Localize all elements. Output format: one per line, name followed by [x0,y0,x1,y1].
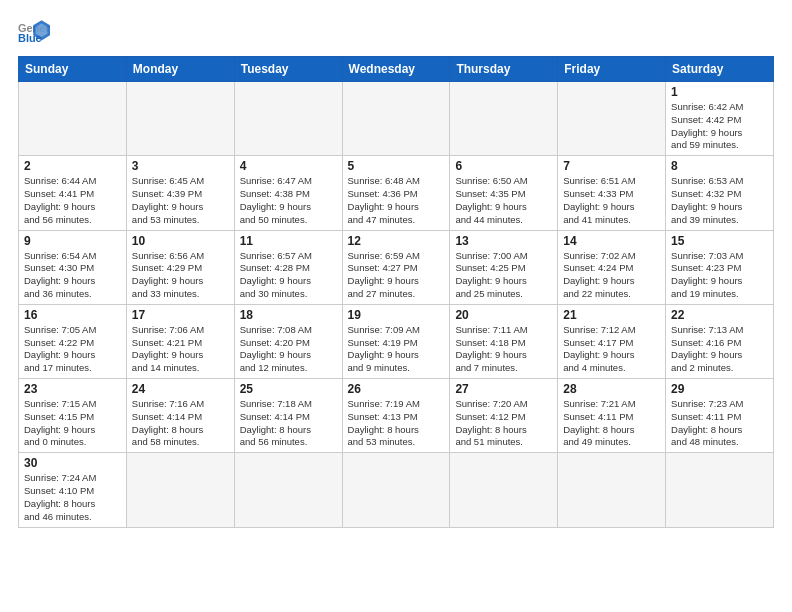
calendar-cell: 18Sunrise: 7:08 AM Sunset: 4:20 PM Dayli… [234,304,342,378]
calendar-cell [234,453,342,527]
calendar-cell: 24Sunrise: 7:16 AM Sunset: 4:14 PM Dayli… [126,379,234,453]
calendar-cell: 29Sunrise: 7:23 AM Sunset: 4:11 PM Dayli… [666,379,774,453]
calendar-row-4: 23Sunrise: 7:15 AM Sunset: 4:15 PM Dayli… [19,379,774,453]
day-number: 7 [563,159,660,173]
day-info: Sunrise: 6:54 AM Sunset: 4:30 PM Dayligh… [24,250,121,301]
calendar-cell: 27Sunrise: 7:20 AM Sunset: 4:12 PM Dayli… [450,379,558,453]
day-info: Sunrise: 7:06 AM Sunset: 4:21 PM Dayligh… [132,324,229,375]
day-info: Sunrise: 7:23 AM Sunset: 4:11 PM Dayligh… [671,398,768,449]
calendar-cell: 1Sunrise: 6:42 AM Sunset: 4:42 PM Daylig… [666,82,774,156]
day-info: Sunrise: 7:03 AM Sunset: 4:23 PM Dayligh… [671,250,768,301]
calendar-cell [342,82,450,156]
calendar-row-3: 16Sunrise: 7:05 AM Sunset: 4:22 PM Dayli… [19,304,774,378]
calendar-cell: 11Sunrise: 6:57 AM Sunset: 4:28 PM Dayli… [234,230,342,304]
day-number: 16 [24,308,121,322]
day-number: 2 [24,159,121,173]
calendar-cell: 22Sunrise: 7:13 AM Sunset: 4:16 PM Dayli… [666,304,774,378]
day-info: Sunrise: 7:19 AM Sunset: 4:13 PM Dayligh… [348,398,445,449]
calendar-cell: 6Sunrise: 6:50 AM Sunset: 4:35 PM Daylig… [450,156,558,230]
calendar-cell: 19Sunrise: 7:09 AM Sunset: 4:19 PM Dayli… [342,304,450,378]
day-number: 4 [240,159,337,173]
day-info: Sunrise: 6:47 AM Sunset: 4:38 PM Dayligh… [240,175,337,226]
day-number: 23 [24,382,121,396]
weekday-header-friday: Friday [558,57,666,82]
day-info: Sunrise: 7:00 AM Sunset: 4:25 PM Dayligh… [455,250,552,301]
day-info: Sunrise: 7:12 AM Sunset: 4:17 PM Dayligh… [563,324,660,375]
day-number: 26 [348,382,445,396]
calendar-cell: 30Sunrise: 7:24 AM Sunset: 4:10 PM Dayli… [19,453,127,527]
calendar-cell: 21Sunrise: 7:12 AM Sunset: 4:17 PM Dayli… [558,304,666,378]
day-info: Sunrise: 7:05 AM Sunset: 4:22 PM Dayligh… [24,324,121,375]
calendar-cell: 5Sunrise: 6:48 AM Sunset: 4:36 PM Daylig… [342,156,450,230]
day-info: Sunrise: 6:59 AM Sunset: 4:27 PM Dayligh… [348,250,445,301]
calendar-cell: 25Sunrise: 7:18 AM Sunset: 4:14 PM Dayli… [234,379,342,453]
calendar: SundayMondayTuesdayWednesdayThursdayFrid… [18,56,774,528]
day-info: Sunrise: 6:48 AM Sunset: 4:36 PM Dayligh… [348,175,445,226]
calendar-cell: 14Sunrise: 7:02 AM Sunset: 4:24 PM Dayli… [558,230,666,304]
weekday-header-sunday: Sunday [19,57,127,82]
day-number: 6 [455,159,552,173]
day-info: Sunrise: 7:20 AM Sunset: 4:12 PM Dayligh… [455,398,552,449]
calendar-cell [450,453,558,527]
day-number: 17 [132,308,229,322]
day-number: 9 [24,234,121,248]
calendar-cell: 16Sunrise: 7:05 AM Sunset: 4:22 PM Dayli… [19,304,127,378]
weekday-header-monday: Monday [126,57,234,82]
calendar-cell: 7Sunrise: 6:51 AM Sunset: 4:33 PM Daylig… [558,156,666,230]
logo-icon: General Blue [18,18,50,46]
day-number: 30 [24,456,121,470]
day-number: 22 [671,308,768,322]
day-number: 14 [563,234,660,248]
weekday-header-saturday: Saturday [666,57,774,82]
day-number: 29 [671,382,768,396]
calendar-cell [126,453,234,527]
day-info: Sunrise: 6:45 AM Sunset: 4:39 PM Dayligh… [132,175,229,226]
day-number: 21 [563,308,660,322]
day-info: Sunrise: 7:15 AM Sunset: 4:15 PM Dayligh… [24,398,121,449]
calendar-cell: 26Sunrise: 7:19 AM Sunset: 4:13 PM Dayli… [342,379,450,453]
calendar-cell: 17Sunrise: 7:06 AM Sunset: 4:21 PM Dayli… [126,304,234,378]
calendar-body: 1Sunrise: 6:42 AM Sunset: 4:42 PM Daylig… [19,82,774,528]
day-info: Sunrise: 7:24 AM Sunset: 4:10 PM Dayligh… [24,472,121,523]
day-info: Sunrise: 7:16 AM Sunset: 4:14 PM Dayligh… [132,398,229,449]
day-info: Sunrise: 6:42 AM Sunset: 4:42 PM Dayligh… [671,101,768,152]
day-number: 24 [132,382,229,396]
day-info: Sunrise: 6:56 AM Sunset: 4:29 PM Dayligh… [132,250,229,301]
day-number: 28 [563,382,660,396]
day-info: Sunrise: 6:50 AM Sunset: 4:35 PM Dayligh… [455,175,552,226]
day-number: 3 [132,159,229,173]
calendar-row-5: 30Sunrise: 7:24 AM Sunset: 4:10 PM Dayli… [19,453,774,527]
calendar-cell: 13Sunrise: 7:00 AM Sunset: 4:25 PM Dayli… [450,230,558,304]
calendar-cell: 12Sunrise: 6:59 AM Sunset: 4:27 PM Dayli… [342,230,450,304]
weekday-header-thursday: Thursday [450,57,558,82]
calendar-header: SundayMondayTuesdayWednesdayThursdayFrid… [19,57,774,82]
day-number: 27 [455,382,552,396]
calendar-cell: 9Sunrise: 6:54 AM Sunset: 4:30 PM Daylig… [19,230,127,304]
calendar-cell: 15Sunrise: 7:03 AM Sunset: 4:23 PM Dayli… [666,230,774,304]
day-number: 18 [240,308,337,322]
calendar-row-1: 2Sunrise: 6:44 AM Sunset: 4:41 PM Daylig… [19,156,774,230]
calendar-cell: 8Sunrise: 6:53 AM Sunset: 4:32 PM Daylig… [666,156,774,230]
day-number: 1 [671,85,768,99]
calendar-cell: 28Sunrise: 7:21 AM Sunset: 4:11 PM Dayli… [558,379,666,453]
day-info: Sunrise: 6:44 AM Sunset: 4:41 PM Dayligh… [24,175,121,226]
calendar-cell: 20Sunrise: 7:11 AM Sunset: 4:18 PM Dayli… [450,304,558,378]
day-number: 25 [240,382,337,396]
day-number: 10 [132,234,229,248]
day-info: Sunrise: 7:02 AM Sunset: 4:24 PM Dayligh… [563,250,660,301]
calendar-cell [19,82,127,156]
weekday-row: SundayMondayTuesdayWednesdayThursdayFrid… [19,57,774,82]
day-number: 8 [671,159,768,173]
calendar-cell [234,82,342,156]
day-number: 19 [348,308,445,322]
calendar-cell [666,453,774,527]
calendar-cell: 2Sunrise: 6:44 AM Sunset: 4:41 PM Daylig… [19,156,127,230]
weekday-header-tuesday: Tuesday [234,57,342,82]
page: General Blue SundayMondayTuesdayWednesda… [0,0,792,612]
day-number: 11 [240,234,337,248]
calendar-cell [558,453,666,527]
day-info: Sunrise: 6:57 AM Sunset: 4:28 PM Dayligh… [240,250,337,301]
day-number: 13 [455,234,552,248]
calendar-cell [342,453,450,527]
calendar-row-2: 9Sunrise: 6:54 AM Sunset: 4:30 PM Daylig… [19,230,774,304]
